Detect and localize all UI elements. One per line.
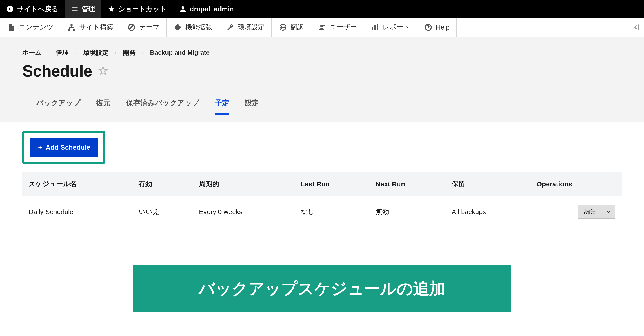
shortcuts-label: ショートカット [118, 5, 166, 14]
add-schedule-highlight: ＋ Add Schedule [22, 131, 105, 164]
menu-people-label: ユーザー [330, 23, 357, 32]
collapse-icon [632, 23, 640, 32]
tab-restore[interactable]: 復元 [96, 94, 110, 122]
breadcrumb-sep: › [75, 49, 77, 56]
cell-period: Every 0 weeks [193, 197, 294, 227]
svg-rect-5 [71, 24, 73, 26]
menu-help[interactable]: Help [417, 18, 456, 37]
breadcrumb-item[interactable]: Backup and Migrate [150, 49, 210, 56]
add-schedule-button[interactable]: ＋ Add Schedule [30, 138, 98, 157]
table-row: Daily Schedule いいえ Every 0 weeks なし 無効 A… [22, 197, 622, 227]
star-icon [108, 5, 115, 13]
tab-saved[interactable]: 保存済みバックアップ [126, 94, 199, 122]
menu-help-label: Help [436, 24, 450, 31]
cell-ops: 編集 [530, 197, 622, 227]
menu-config[interactable]: 環境設定 [219, 18, 272, 37]
svg-point-4 [182, 7, 184, 10]
breadcrumb-sep: › [115, 49, 117, 56]
cell-enabled: いいえ [132, 197, 193, 227]
col-lastrun[interactable]: Last Run [294, 172, 369, 197]
favorite-star-icon[interactable] [98, 66, 108, 76]
back-to-site-label: サイトへ戻る [17, 5, 58, 14]
add-schedule-label: Add Schedule [46, 143, 90, 151]
breadcrumb-sep: › [142, 49, 144, 56]
structure-icon [67, 23, 76, 32]
manage-label: 管理 [82, 5, 95, 14]
menu-extend-label: 機能拡張 [185, 23, 212, 32]
menu-extend[interactable]: 機能拡張 [166, 18, 219, 37]
user-icon [179, 5, 187, 13]
menu-icon [71, 5, 78, 13]
file-icon [7, 23, 16, 32]
svg-rect-1 [72, 7, 78, 8]
col-period[interactable]: 周期的 [193, 172, 294, 197]
svg-rect-17 [377, 24, 378, 31]
chevron-left-icon [6, 5, 14, 13]
tab-settings[interactable]: 設定 [245, 94, 259, 122]
breadcrumb-item[interactable]: 開発 [123, 48, 136, 57]
cell-nextrun: 無効 [370, 197, 446, 227]
svg-point-10 [180, 27, 181, 28]
col-name[interactable]: スケジュール名 [22, 172, 132, 197]
tab-backup[interactable]: バックアップ [36, 94, 80, 122]
menu-appearance[interactable]: テーマ [120, 18, 166, 37]
shortcuts-link[interactable]: ショートカット [101, 0, 173, 18]
wand-icon [127, 23, 136, 32]
col-enabled[interactable]: 有効 [132, 172, 193, 197]
admin-menubar: コンテンツ サイト構築 テーマ 機能拡張 環境設定 翻訳 ユーザー レポート H… [0, 18, 644, 37]
svg-rect-6 [68, 29, 70, 31]
cell-name: Daily Schedule [22, 197, 132, 227]
menu-structure[interactable]: サイト構築 [60, 18, 120, 37]
tab-schedule[interactable]: 予定 [215, 94, 229, 122]
col-nextrun[interactable]: Next Run [370, 172, 446, 197]
plus-icon: ＋ [37, 143, 44, 152]
menubar-collapse[interactable] [628, 18, 644, 37]
puzzle-icon [173, 23, 182, 32]
manage-toggle[interactable]: 管理 [64, 0, 101, 18]
page-content: ＋ Add Schedule スケジュール名 有効 周期的 Last Run N… [0, 122, 644, 330]
cell-lastrun: なし [294, 197, 369, 227]
svg-rect-3 [72, 10, 78, 11]
svg-point-13 [320, 25, 323, 27]
table-header-row: スケジュール名 有効 周期的 Last Run Next Run 保留 Oper… [22, 172, 622, 197]
col-ops: Operations [530, 172, 622, 197]
breadcrumb: ホーム› 管理› 環境設定› 開発› Backup and Migrate [22, 48, 622, 57]
menu-reports-label: レポート [382, 23, 410, 32]
breadcrumb-item[interactable]: 環境設定 [84, 48, 108, 57]
menu-config-label: 環境設定 [238, 23, 265, 32]
menu-content-label: コンテンツ [19, 23, 54, 32]
menu-structure-label: サイト構築 [79, 23, 113, 32]
svg-rect-16 [374, 25, 376, 31]
breadcrumb-sep: › [48, 49, 50, 56]
svg-point-9 [177, 24, 178, 25]
menu-translate[interactable]: 翻訳 [272, 18, 311, 37]
menu-people[interactable]: ユーザー [311, 18, 364, 37]
svg-point-14 [323, 25, 325, 26]
svg-rect-7 [73, 29, 75, 31]
dropbutton-toggle[interactable] [602, 205, 615, 218]
annotation-banner: バックアップスケジュールの追加 [133, 265, 511, 312]
user-menu[interactable]: drupal_admin [173, 0, 240, 18]
svg-point-0 [8, 6, 13, 12]
globe-icon [278, 23, 287, 32]
page-header-region: ホーム› 管理› 環境設定› 開発› Backup and Migrate Sc… [0, 37, 644, 122]
schedule-table: スケジュール名 有効 周期的 Last Run Next Run 保留 Oper… [22, 172, 622, 227]
edit-link[interactable]: 編集 [578, 205, 602, 218]
cell-keep: All backups [446, 197, 530, 227]
help-icon [424, 23, 433, 32]
local-tabs: バックアップ 復元 保存済みバックアップ 予定 設定 [22, 94, 622, 122]
operations-dropbutton: 編集 [578, 205, 616, 219]
svg-rect-2 [72, 9, 78, 10]
col-keep[interactable]: 保留 [446, 172, 530, 197]
chevron-down-icon [606, 210, 611, 214]
page-title: Schedule [22, 62, 92, 80]
breadcrumb-item[interactable]: 管理 [56, 48, 69, 57]
menu-translate-label: 翻訳 [290, 23, 304, 32]
wrench-icon [226, 23, 235, 32]
breadcrumb-item[interactable]: ホーム [22, 48, 42, 57]
admin-topbar: サイトへ戻る 管理 ショートカット drupal_admin [0, 0, 644, 18]
menu-content[interactable]: コンテンツ [0, 18, 60, 37]
username-label: drupal_admin [190, 5, 234, 13]
menu-reports[interactable]: レポート [364, 18, 417, 37]
back-to-site-link[interactable]: サイトへ戻る [0, 0, 64, 18]
